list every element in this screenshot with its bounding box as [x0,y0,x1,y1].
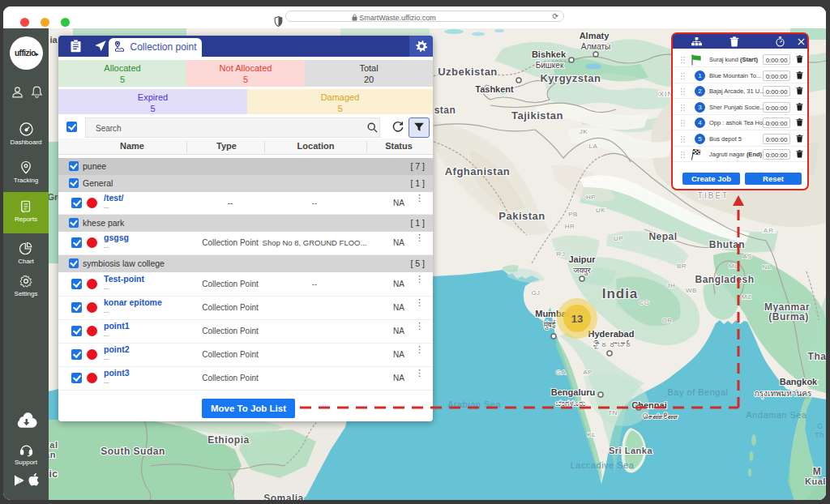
svg-text:Tha: Tha [808,351,826,362]
svg-text:CG: CG [640,299,650,306]
svg-text:กรุงเทพมหานคร: กรุงเทพมหานคร [755,389,812,399]
svg-text:an: an [49,450,56,459]
svg-text:Kual: Kual [805,476,826,486]
svg-text:Jaipur: Jaipur [568,254,596,264]
svg-text:Pakistan: Pakistan [498,210,545,222]
svg-text:lic: lic [49,468,58,480]
svg-text:(Burma): (Burma) [768,311,809,322]
svg-text:Arabian Sea: Arabian Sea [447,399,501,409]
svg-text:India: India [602,286,639,301]
svg-text:जयपुर: जयपुर [572,266,591,275]
svg-text:Bhutan: Bhutan [709,239,745,250]
svg-text:Bangladesh: Bangladesh [695,274,754,285]
svg-text:Tashkent: Tashkent [475,84,514,94]
svg-text:Ethiopia: Ethiopia [208,434,249,446]
svg-text:ಬೆಂಗಳೂರು: ಬೆಂಗಳೂರು [555,399,585,408]
svg-text:JK: JK [580,128,588,135]
svg-text:OR: OR [662,317,673,324]
svg-text:MZ: MZ [742,293,752,301]
svg-text:AP: AP [583,369,593,376]
svg-text:Bishkek: Bishkek [532,49,567,59]
svg-text:Uzbekistan: Uzbekistan [438,66,498,78]
svg-text:LA: LA [589,143,598,150]
svg-text:PB: PB [568,211,578,218]
svg-text:WB: WB [686,287,697,294]
svg-text:Th: Th [815,431,824,439]
svg-text:Бишкек: Бишкек [536,61,564,70]
svg-text:Tajikistan: Tajikistan [511,109,563,122]
svg-text:BR: BR [677,263,687,270]
svg-text:Bay of Bengal: Bay of Bengal [668,387,729,397]
svg-text:RJ: RJ [557,250,566,258]
svg-text:stan: stan [434,105,456,116]
svg-text:செண்ணை: செண்ணை [642,412,678,421]
svg-text:Andaman Sea: Andaman Sea [746,410,807,420]
svg-text:JH: JH [667,282,676,289]
svg-text:NL: NL [762,263,771,271]
svg-text:G: G [817,422,824,430]
svg-text:ia: ia [49,35,58,45]
svg-text:Sri Lanka: Sri Lanka [609,446,652,455]
svg-text:ML: ML [729,263,738,270]
svg-text:South Sudan: South Sudan [101,446,165,457]
svg-text:Bangkok: Bangkok [780,377,818,387]
svg-text:Almaty: Almaty [580,31,610,41]
svg-text:UP: UP [614,235,623,242]
svg-text:Kyrgyzstan: Kyrgyzstan [540,72,601,84]
svg-text:Hyderabad: Hyderabad [588,329,635,339]
svg-text:HR: HR [565,223,575,230]
svg-text:HP: HP [586,194,596,201]
svg-text:ral: ral [49,440,58,450]
svg-text:GA: GA [556,369,567,376]
svg-text:Bengaluru: Bengaluru [551,387,595,397]
svg-text:Laccadive Sea: Laccadive Sea [571,460,635,470]
svg-text:Afghanistan: Afghanistan [445,165,511,177]
svg-text:13: 13 [571,313,583,325]
svg-text:KL: KL [588,431,597,438]
svg-text:హైదరాబాద్: హైదరాబాద్ [593,340,633,349]
svg-text:UK: UK [596,207,605,214]
svg-text:Somalia: Somalia [263,493,304,500]
svg-text:मुंबई: मुंबई [543,320,556,330]
svg-text:TIBET: TIBET [698,191,729,200]
svg-text:GJ: GJ [531,289,540,297]
svg-text:Алматы: Алматы [581,42,611,51]
svg-text:TN: TN [608,409,618,416]
svg-text:AS: AS [742,253,752,260]
svg-text:M: M [813,466,822,477]
svg-text:AR.: AR. [764,227,777,234]
svg-text:Nepal: Nepal [648,231,677,242]
